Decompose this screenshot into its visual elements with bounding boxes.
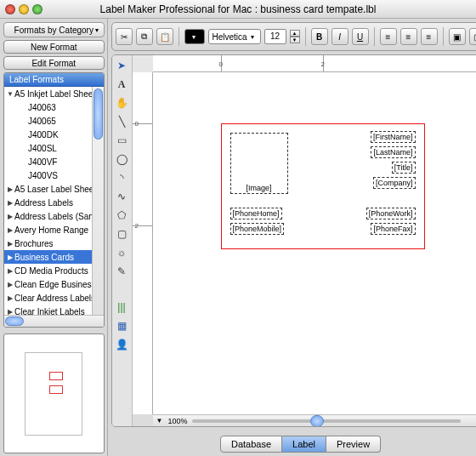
polygon-tool[interactable]: ⬠ xyxy=(115,208,128,222)
traffic-lights xyxy=(5,4,42,14)
field-company[interactable]: [Company] xyxy=(373,177,416,189)
image-tool[interactable]: 👤 xyxy=(115,338,128,351)
tree-scrollbar[interactable] xyxy=(92,87,104,327)
zoom-slider[interactable] xyxy=(192,419,460,423)
eyedropper-tool[interactable]: ✎ xyxy=(115,265,128,278)
tree-j40063[interactable]: J40063 xyxy=(4,100,104,114)
send-back-button[interactable]: ▢ xyxy=(469,28,476,45)
preview-sheet xyxy=(25,352,82,436)
minimize-window-button[interactable] xyxy=(19,4,29,14)
new-format-button[interactable]: New Format xyxy=(3,40,105,54)
clipboard-icon: 📋 xyxy=(160,32,170,42)
scroll-thumb[interactable] xyxy=(5,316,24,326)
tree-business-cards[interactable]: ▶Business Cards xyxy=(4,250,104,264)
text-tool[interactable]: A xyxy=(115,77,128,91)
font-size-field[interactable]: 12 xyxy=(264,29,286,44)
arc-tool[interactable]: ◝ xyxy=(115,171,128,185)
align-left-icon: ≡ xyxy=(386,32,391,42)
field-phonemobile[interactable]: [PhoneMobile] xyxy=(230,223,285,235)
close-window-button[interactable] xyxy=(5,4,15,14)
view-tabs: Database Label Preview xyxy=(108,432,476,456)
disclosure-right-icon: ▶ xyxy=(6,199,14,207)
italic-button[interactable]: I xyxy=(332,28,348,45)
step-down-icon[interactable]: ▼ xyxy=(290,37,300,43)
tab-database[interactable]: Database xyxy=(220,436,282,453)
roundrect-tool[interactable]: ▢ xyxy=(115,227,128,241)
paste-button[interactable]: 📋 xyxy=(156,28,173,45)
left-sidebar: Formats by Category ▾ New Format Edit Fo… xyxy=(0,19,107,456)
rect-tool[interactable]: ▭ xyxy=(115,134,128,147)
tree-j400vs[interactable]: J400VS xyxy=(4,168,104,182)
field-image[interactable]: [Image] xyxy=(230,133,288,194)
barcode-tool[interactable]: ||| xyxy=(115,300,128,314)
canvas-hscrollbar[interactable]: ▼ 100% xyxy=(153,414,476,426)
tree-address-sams[interactable]: ▶Address Labels (Sam's xyxy=(4,209,104,223)
disclosure-right-icon: ▶ xyxy=(6,213,14,220)
curve-tool[interactable]: ∿ xyxy=(115,190,128,203)
bring-front-icon: ▣ xyxy=(453,32,461,42)
tree-brochures[interactable]: ▶Brochures xyxy=(4,237,104,250)
tree-j400vf[interactable]: J400VF xyxy=(4,155,104,168)
label-formats-panel: Label Formats ▼A5 Inkjet Label Sheets J4… xyxy=(3,72,105,328)
field-title[interactable]: [Title] xyxy=(392,162,416,174)
pan-tool[interactable]: ✋ xyxy=(115,96,128,110)
tree-hscrollbar[interactable] xyxy=(4,315,104,327)
tree-clear-addr[interactable]: ▶Clear Address Labels xyxy=(4,291,104,305)
edit-format-button[interactable]: Edit Format xyxy=(3,56,105,70)
tool-palette: ➤ A ✋ ╲ ▭ ◯ ◝ ∿ ⬠ ▢ ☼ ✎ ||| ▦ 👤 xyxy=(112,55,133,426)
scroll-thumb[interactable] xyxy=(94,88,103,140)
main-area: ✂ ⧉ 📋 ▾ Helvetica▾ 12 ▲▼ B I U ≡ ≡ ≡ ▣ ▢… xyxy=(107,19,476,456)
field-phonework[interactable]: [PhoneWork] xyxy=(366,208,416,219)
ellipse-tool[interactable]: ◯ xyxy=(115,152,128,166)
database-field-tool[interactable]: ▦ xyxy=(115,319,128,333)
zoom-window-button[interactable] xyxy=(32,4,42,14)
copy-button[interactable]: ⧉ xyxy=(136,28,153,45)
zoom-down-icon[interactable]: ▼ xyxy=(156,417,163,425)
font-size-stepper[interactable]: ▲▼ xyxy=(290,30,300,43)
window-title: Label Maker Professional for Mac : busin… xyxy=(0,3,476,15)
bring-front-button[interactable]: ▣ xyxy=(449,28,466,45)
field-phonehome[interactable]: [PhoneHome] xyxy=(230,208,282,219)
selection-tool[interactable]: ➤ xyxy=(115,59,128,72)
tree-j400sl[interactable]: J400SL xyxy=(4,141,104,155)
field-lastname[interactable]: [LastName] xyxy=(371,146,415,158)
star-tool[interactable]: ☼ xyxy=(115,246,128,259)
line-tool[interactable]: ╲ xyxy=(115,115,128,128)
disclosure-right-icon: ▶ xyxy=(6,226,14,234)
editor-area: ➤ A ✋ ╲ ▭ ◯ ◝ ∿ ⬠ ▢ ☼ ✎ ||| ▦ 👤 0 xyxy=(111,54,476,427)
vertical-ruler: 0 2 xyxy=(133,72,153,414)
tree-a5-laser[interactable]: ▶A5 Laser Label Sheets xyxy=(4,182,104,196)
underline-button[interactable]: U xyxy=(352,28,369,45)
titlebar: Label Maker Professional for Mac : busin… xyxy=(0,0,476,19)
tab-preview[interactable]: Preview xyxy=(326,436,381,453)
chevron-down-icon: ▾ xyxy=(95,26,99,34)
tab-label[interactable]: Label xyxy=(282,436,326,453)
slider-knob[interactable] xyxy=(310,415,324,427)
tree-clean-edge[interactable]: ▶Clean Edge Business xyxy=(4,277,104,291)
field-phonefax[interactable]: [PhoneFax] xyxy=(371,223,415,235)
tree-cd-media[interactable]: ▶CD Media Products xyxy=(4,264,104,277)
align-right-button[interactable]: ≡ xyxy=(421,28,438,45)
disclosure-down-icon: ▼ xyxy=(6,90,14,98)
field-firstname[interactable]: [FirstName] xyxy=(371,131,416,143)
align-center-button[interactable]: ≡ xyxy=(400,28,417,45)
tree-j400dk[interactable]: J400DK xyxy=(4,128,104,141)
align-left-button[interactable]: ≡ xyxy=(380,28,397,45)
format-toolbar: ✂ ⧉ 📋 ▾ Helvetica▾ 12 ▲▼ B I U ≡ ≡ ≡ ▣ ▢ xyxy=(111,22,476,51)
tree-a5-inkjet[interactable]: ▼A5 Inkjet Label Sheets xyxy=(4,87,104,100)
tree-j40065[interactable]: J40065 xyxy=(4,114,104,128)
separator xyxy=(374,27,375,46)
design-canvas[interactable]: [Image] [FirstName] [LastName] [Title] [… xyxy=(153,72,476,414)
step-up-icon[interactable]: ▲ xyxy=(290,30,300,37)
cut-button[interactable]: ✂ xyxy=(116,28,133,45)
tree-clear-inkjet[interactable]: ▶Clear Inkjet Labels xyxy=(4,305,104,315)
font-family-dropdown[interactable]: Helvetica▾ xyxy=(208,29,261,44)
preview-label-2 xyxy=(49,385,63,394)
label-formats-tree[interactable]: ▼A5 Inkjet Label Sheets J40063 J40065 J4… xyxy=(4,87,104,315)
formats-by-category-dropdown[interactable]: Formats by Category ▾ xyxy=(3,22,105,37)
tree-address[interactable]: ▶Address Labels xyxy=(4,196,104,209)
preview-label-1 xyxy=(49,372,63,380)
tree-avery[interactable]: ▶Avery Home Range xyxy=(4,223,104,237)
bold-button[interactable]: B xyxy=(311,28,328,45)
text-color-swatch[interactable]: ▾ xyxy=(184,29,205,44)
